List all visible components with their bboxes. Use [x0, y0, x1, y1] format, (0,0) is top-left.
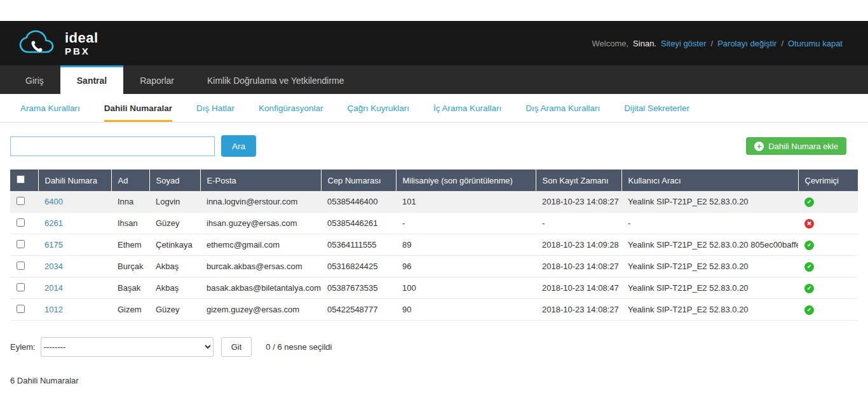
- separator: /: [781, 39, 783, 48]
- table-row: 1012 Gizem Güzey gizem.guzey@ersas.com 0…: [10, 299, 858, 321]
- column-cep-numarasi[interactable]: Cep Numarası: [321, 170, 396, 191]
- row-checkbox[interactable]: [17, 197, 25, 205]
- column-son-kayit[interactable]: Son Kayıt Zamanı: [536, 170, 621, 191]
- column-ad[interactable]: Ad: [111, 170, 149, 191]
- cell-first-name: Gizem: [111, 299, 149, 321]
- cell-first-name: Inna: [111, 191, 149, 213]
- table-row: 2034 Burçak Akbaş burcak.akbas@ersas.com…: [10, 256, 858, 277]
- online-status-icon: [804, 305, 814, 315]
- cell-last-reg: 2018-10-23 14:09:28: [536, 234, 621, 256]
- select-all-checkbox[interactable]: [17, 175, 25, 183]
- search-button[interactable]: Ara: [221, 135, 256, 157]
- cell-user-agent: Yealink SIP-T21P_E2 52.83.0.20: [621, 256, 798, 277]
- add-extension-label: Dahili Numara ekle: [768, 142, 838, 151]
- subnav-cagri-kuyruklari[interactable]: Çağrı Kuyrukları: [347, 94, 409, 122]
- module-nav: Giriş Santral Raporlar Kimlik Doğrulama …: [0, 65, 868, 94]
- action-select[interactable]: --------: [41, 337, 214, 357]
- cell-email: ethemc@gmail.com: [200, 234, 321, 256]
- extension-link[interactable]: 2014: [44, 283, 63, 293]
- subnav-dahili-numaralar[interactable]: Dahili Numaralar: [104, 94, 172, 122]
- cell-mobile: 05385446261: [321, 213, 396, 234]
- subnav-dis-arama-kurallari[interactable]: Dış Arama Kuralları: [526, 94, 600, 122]
- row-checkbox[interactable]: [17, 283, 25, 291]
- online-status-icon: [804, 241, 814, 250]
- cell-email: inna.logvin@erstour.com: [200, 191, 321, 213]
- cell-email: gizem.guzey@ersas.com: [200, 299, 321, 321]
- offline-status-icon: [804, 219, 814, 229]
- cell-last-reg: -: [536, 213, 621, 234]
- add-extension-button[interactable]: + Dahili Numara ekle: [746, 137, 846, 155]
- subnav-dis-hatlar[interactable]: Dış Hatlar: [196, 94, 234, 122]
- cell-ms: -: [396, 213, 536, 234]
- brand-logo: ideal PBX: [18, 29, 98, 57]
- cell-last-reg: 2018-10-23 14:08:27: [536, 191, 621, 213]
- change-password-link[interactable]: Parolayı değiştir: [717, 39, 776, 48]
- cell-email: burcak.akbas@ersas.com: [200, 256, 321, 277]
- total-count: 6 Dahili Numaralar: [10, 376, 858, 385]
- column-cevrimici[interactable]: Çevrimiçi: [798, 170, 858, 191]
- cell-mobile: 05364111555: [321, 234, 396, 256]
- subnav-dijital-sekreterler[interactable]: Dijital Sekreterler: [624, 94, 689, 122]
- tab-giris[interactable]: Giriş: [9, 65, 60, 94]
- cell-ms: 100: [396, 277, 536, 299]
- header-select-all-cell: [10, 170, 38, 191]
- cell-last-name: Akbaş: [149, 256, 200, 277]
- cell-mobile: 05316824425: [321, 256, 396, 277]
- tab-santral[interactable]: Santral: [60, 65, 123, 94]
- cell-last-name: Akbaş: [149, 277, 200, 299]
- cell-last-reg: 2018-10-23 14:08:47: [536, 277, 621, 299]
- go-button[interactable]: Git: [221, 337, 252, 357]
- cell-mobile: 05385446400: [321, 191, 396, 213]
- cell-ms: 101: [396, 191, 536, 213]
- cell-user-agent: Yealink SIP-T21P_E2 52.83.0.20: [621, 191, 798, 213]
- cell-user-agent: Yealink SIP-T21P_E2 52.83.0.20 805ec00ba…: [621, 234, 798, 256]
- extension-link[interactable]: 2034: [44, 262, 63, 271]
- extension-link[interactable]: 6175: [44, 240, 63, 249]
- table-row: 6261 Ihsan Güzey ihsan.guzey@ersas.com 0…: [10, 213, 858, 234]
- row-checkbox[interactable]: [17, 262, 25, 270]
- top-whitespace: [0, 0, 868, 21]
- cell-last-reg: 2018-10-23 14:08:27: [536, 299, 621, 321]
- extensions-table-wrap: Dahili Numara Ad Soyad E-Posta Cep Numar…: [10, 170, 858, 321]
- brand-text: ideal PBX: [65, 31, 98, 56]
- search-input[interactable]: [10, 136, 215, 156]
- cell-last-name: Çetinkaya: [149, 234, 200, 256]
- subnav-konfigurasyonlar[interactable]: Konfigürasyonlar: [259, 94, 323, 122]
- column-eposta[interactable]: E-Posta: [200, 170, 321, 191]
- app-header: ideal PBX Welcome, Sinan. Siteyi göster …: [0, 21, 868, 65]
- username: Sinan.: [633, 39, 656, 48]
- extension-link[interactable]: 6261: [44, 218, 63, 228]
- cell-user-agent: Yealink SIP-T21P_E2 52.83.0.20: [621, 299, 798, 321]
- cell-user-agent: Yealink SIP-T21P_E2 52.83.0.20: [621, 277, 798, 299]
- extension-link[interactable]: 6400: [44, 197, 63, 206]
- action-label: Eylem:: [10, 342, 36, 352]
- table-header-row: Dahili Numara Ad Soyad E-Posta Cep Numar…: [10, 170, 858, 191]
- cell-first-name: Burçak: [111, 256, 149, 277]
- subnav-ic-arama-kurallari[interactable]: İç Arama Kuralları: [433, 94, 501, 122]
- view-site-link[interactable]: Siteyi göster: [661, 39, 707, 48]
- brand-sub: PBX: [65, 46, 98, 56]
- row-checkbox[interactable]: [17, 240, 25, 248]
- column-kullanici-araci[interactable]: Kullanıcı Aracı: [621, 170, 798, 191]
- plus-icon: +: [754, 142, 764, 151]
- row-checkbox[interactable]: [17, 305, 25, 313]
- column-dahili-numara[interactable]: Dahili Numara: [38, 170, 111, 191]
- cell-ms: 89: [396, 234, 536, 256]
- cell-mobile: 05387673535: [321, 277, 396, 299]
- row-checkbox[interactable]: [17, 218, 25, 227]
- welcome-text: Welcome,: [592, 39, 629, 48]
- column-soyad[interactable]: Soyad: [149, 170, 200, 191]
- tab-raporlar[interactable]: Raporlar: [123, 65, 191, 94]
- logout-link[interactable]: Oturumu kapat: [788, 39, 843, 48]
- tab-kimlik-dogrulama[interactable]: Kimlik Doğrulama ve Yetkilendirme: [191, 65, 361, 94]
- column-milisaniye[interactable]: Milisaniye (son görüntülenme): [396, 170, 536, 191]
- cell-first-name: Ihsan: [111, 213, 149, 234]
- subnav-arama-kurallari[interactable]: Arama Kuralları: [20, 94, 80, 122]
- table-row: 6175 Ethem Çetinkaya ethemc@gmail.com 05…: [10, 234, 858, 256]
- online-status-icon: [804, 284, 814, 293]
- sub-nav: Arama Kuralları Dahili Numaralar Dış Hat…: [0, 94, 868, 123]
- cell-first-name: Başak: [111, 277, 149, 299]
- separator: /: [711, 39, 714, 48]
- extension-link[interactable]: 1012: [44, 305, 63, 314]
- cloud-phone-logo-icon: [18, 29, 60, 57]
